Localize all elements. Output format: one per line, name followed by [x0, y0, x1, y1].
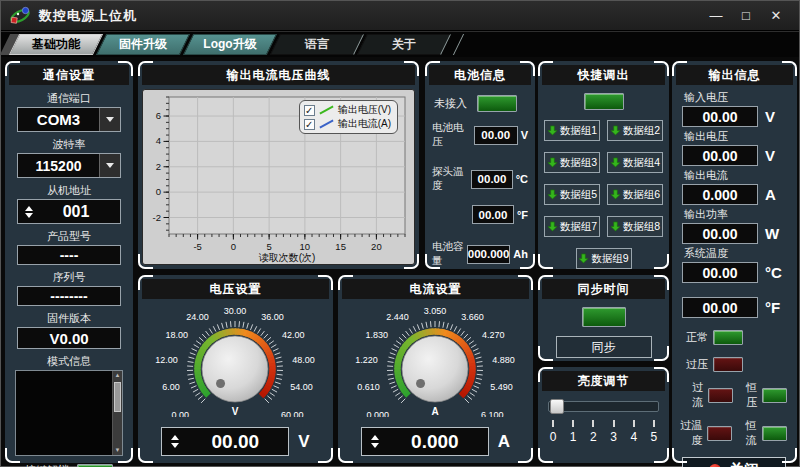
svg-text:5.490: 5.490 — [490, 382, 513, 392]
data-group-button-8[interactable]: 数据组8 — [607, 216, 663, 237]
tab-language[interactable]: 语言 — [275, 34, 359, 55]
output-off-button[interactable]: 关闭 — [682, 457, 786, 467]
tab-firmware-upgrade[interactable]: 固件升级 — [101, 34, 185, 55]
brightness-slider[interactable] — [548, 401, 659, 412]
current-dial[interactable]: 0.0000.6101.2201.8302.4403.0503.6604.270… — [339, 299, 532, 417]
current-setpoint-stepper[interactable]: 0.000 — [361, 427, 489, 456]
data-group-button-4[interactable]: 数据组4 — [607, 152, 663, 173]
svg-text:A: A — [431, 406, 438, 417]
legend-checkbox-current[interactable]: ✓ — [304, 119, 315, 130]
system-temp-f-value: 00.00 — [682, 297, 758, 318]
product-model-value: ---- — [17, 245, 121, 265]
sync-button[interactable]: 同步 — [556, 336, 652, 358]
chevron-down-icon[interactable] — [99, 108, 120, 131]
probe-temp-c-value: 00.00 — [471, 170, 512, 189]
com-port-select[interactable]: COM3 — [17, 107, 121, 132]
port-label: 通信端口 — [47, 91, 91, 106]
svg-text:3.050: 3.050 — [424, 306, 447, 316]
brightness-panel-title: 亮度调节 — [542, 371, 665, 391]
legend-label-voltage: 输出电压(V) — [338, 103, 391, 117]
slider-tick-labels: 012345 — [548, 430, 659, 444]
data-group-button-1[interactable]: 数据组1 — [544, 120, 600, 141]
legend-checkbox-voltage[interactable]: ✓ — [304, 105, 315, 116]
spinner-arrows-icon[interactable] — [162, 435, 188, 448]
close-window-button[interactable]: ✕ — [767, 8, 785, 23]
probe-temp-f-row: 00.00 °F — [432, 205, 528, 224]
green-down-arrow-icon — [610, 157, 621, 168]
svg-text:0.610: 0.610 — [357, 382, 380, 392]
battery-panel-title: 电池信息 — [429, 65, 531, 85]
probe-temp-c-row: 探头温度 00.00 °C — [432, 165, 528, 193]
key-unlock-label: 按键解锁 — [25, 463, 69, 467]
minimize-button[interactable]: — — [707, 8, 725, 23]
baud-rate-select[interactable]: 115200 — [17, 153, 121, 178]
svg-text:4.880: 4.880 — [492, 355, 515, 365]
voltage-setpoint-value: 00.00 — [188, 431, 288, 453]
data-group-button-5[interactable]: 数据组5 — [544, 184, 600, 205]
output-power-value: 00.00 — [682, 223, 758, 244]
maximize-button[interactable]: □ — [737, 8, 755, 23]
svg-text:15: 15 — [335, 241, 346, 252]
baud-label: 波特率 — [53, 137, 86, 152]
product-model-label: 产品型号 — [47, 229, 91, 244]
svg-text:2.440: 2.440 — [386, 312, 409, 322]
green-down-arrow-icon — [547, 221, 558, 232]
voltage-unit: V — [298, 432, 309, 452]
svg-text:2: 2 — [156, 161, 161, 172]
chart-legend: ✓ 输出电压(V) ✓ 输出电流(A) — [299, 100, 398, 134]
input-voltage-value: 00.00 — [682, 106, 758, 127]
svg-text:5: 5 — [266, 241, 271, 252]
title-bar: 数控电源上位机 — □ ✕ — [1, 1, 799, 31]
spinner-arrows-icon[interactable] — [362, 435, 388, 448]
green-down-arrow-icon — [610, 221, 621, 232]
scrollbar-thumb[interactable] — [114, 382, 121, 412]
current-unit: A — [498, 432, 510, 452]
svg-text:42.00: 42.00 — [282, 330, 305, 340]
svg-text:6.100: 6.100 — [481, 410, 504, 417]
output-panel-title: 输出信息 — [676, 65, 793, 85]
voltage-dial[interactable]: 0.006.0012.0018.0024.0030.0036.0042.0048… — [139, 299, 332, 417]
svg-text:0.00: 0.00 — [172, 410, 190, 417]
voltage-panel-title: 电压设置 — [142, 279, 329, 299]
data-group-button-6[interactable]: 数据组6 — [607, 184, 663, 205]
scrollbar[interactable]: ▲ ▼ — [112, 371, 122, 455]
slave-address-stepper[interactable]: 001 — [17, 199, 121, 224]
tab-logo-upgrade[interactable]: Logo升级 — [188, 34, 272, 55]
overvoltage-led — [713, 357, 743, 372]
svg-text:1.830: 1.830 — [366, 330, 389, 340]
voltage-series-line-icon — [319, 106, 333, 115]
spinner-arrows-icon[interactable] — [18, 206, 40, 218]
scroll-up-icon[interactable]: ▲ — [113, 371, 122, 380]
data-group-button-3[interactable]: 数据组3 — [544, 152, 600, 173]
svg-text:24.00: 24.00 — [186, 312, 209, 322]
battery-voltage-row: 电池电压 00.00 V — [432, 121, 528, 149]
svg-text:30.00: 30.00 — [224, 306, 247, 316]
slider-ticks — [552, 420, 655, 427]
svg-text:54.00: 54.00 — [290, 382, 313, 392]
svg-text:6.00: 6.00 — [162, 382, 180, 392]
sync-status-led — [582, 307, 626, 327]
data-group-button-2[interactable]: 数据组2 — [607, 120, 663, 141]
battery-capacity-value: 000.000 — [467, 245, 511, 264]
svg-text:48.00: 48.00 — [292, 355, 315, 365]
green-down-arrow-icon — [547, 157, 558, 168]
quick-status-led — [584, 93, 624, 110]
firmware-version-label: 固件版本 — [47, 311, 91, 326]
legend-label-current: 输出电流(A) — [338, 117, 391, 131]
scroll-down-icon[interactable]: ▼ — [113, 446, 122, 455]
svg-text:0: 0 — [231, 241, 236, 252]
tab-basic-functions[interactable]: 基础功能 — [14, 34, 98, 55]
green-down-arrow-icon — [610, 125, 621, 136]
cc-led — [762, 426, 787, 441]
slider-handle[interactable] — [550, 399, 564, 414]
app-logo-icon — [9, 5, 31, 27]
data-group-button-9[interactable]: 数据组9 — [576, 248, 632, 269]
mode-info-textarea[interactable]: ▲ ▼ — [15, 370, 123, 456]
chevron-down-icon[interactable] — [99, 154, 120, 177]
svg-text:6: 6 — [156, 110, 161, 121]
tab-bar: 基础功能 固件升级 Logo升级 语言 关于 — [1, 31, 799, 57]
current-setting-panel: 电流设置 0.0000.6101.2201.8302.4403.0503.660… — [338, 275, 533, 463]
data-group-button-7[interactable]: 数据组7 — [544, 216, 600, 237]
voltage-setpoint-stepper[interactable]: 00.00 — [161, 427, 289, 456]
tab-about[interactable]: 关于 — [362, 34, 446, 55]
